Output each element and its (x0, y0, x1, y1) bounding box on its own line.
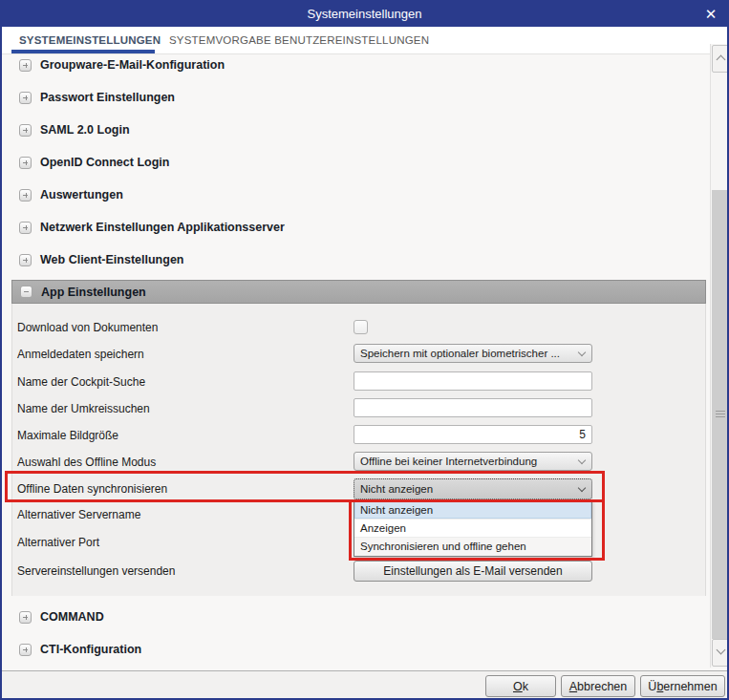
setting-label: Alternativer Servername (17, 508, 140, 521)
offline-modus-dropdown[interactable]: Offline bei keiner Internetverbindung (354, 452, 592, 471)
dropdown-value: Nicht anzeigen (360, 483, 433, 495)
section-saml[interactable]: SAML 2.0 Login (19, 120, 130, 139)
footer-bar: Ok Abbrechen Übernehmen (2, 670, 727, 698)
expand-plus-icon (19, 124, 32, 137)
setting-label: Alternativer Port (17, 536, 99, 549)
section-label: CTI-Konfiguration (40, 643, 141, 656)
chevron-down-icon (717, 646, 726, 655)
tab-systemvorgabe-benutzereinstellungen[interactable]: SYSTEMVORGABE BENUTZEREINSTELLUNGEN (169, 34, 429, 46)
chevron-down-icon (578, 349, 586, 356)
section-label: Netzwerk Einstellungen Applikationsserve… (40, 221, 285, 234)
section-command[interactable]: COMMAND (19, 607, 104, 626)
option-nicht-anzeigen[interactable]: Nicht anzeigen (354, 501, 591, 520)
download-dokumente-checkbox[interactable] (354, 320, 368, 334)
section-label: Web Client-Einstellungen (40, 253, 183, 266)
setting-label: Anmeldedaten speichern (17, 348, 144, 361)
system-settings-dialog: Systemeinstellungen ✕ SYSTEMEINSTELLUNGE… (0, 0, 729, 700)
setting-label: Servereinstellungen versenden (17, 564, 175, 578)
section-cti-konfiguration[interactable]: CTI-Konfiguration (19, 640, 141, 659)
scrollbar-grip-icon (716, 411, 725, 418)
section-web-client[interactable]: Web Client-Einstellungen (19, 250, 183, 269)
option-anzeigen[interactable]: Anzeigen (354, 520, 591, 538)
expand-plus-icon (19, 611, 32, 624)
einstellungen-email-button[interactable]: Einstellungen als E-Mail versenden (354, 561, 592, 582)
scroll-up-button[interactable] (712, 45, 729, 73)
section-auswertungen[interactable]: Auswertungen (19, 185, 123, 204)
btn-text: ernehmen (663, 680, 717, 693)
anmeldedaten-dropdown[interactable]: Speichern mit optionaler biometrischer .… (354, 344, 592, 363)
section-netzwerk[interactable]: Netzwerk Einstellungen Applikationsserve… (19, 218, 285, 237)
row-maximale-bildgroesse: Maximale Bildgröße (2, 425, 727, 448)
expand-plus-icon (19, 644, 32, 656)
setting-label: Download von Dokumenten (17, 321, 158, 334)
row-download-dokumente: Download von Dokumenten (2, 320, 727, 343)
section-label: OpenID Connect Login (40, 156, 169, 169)
section-label: Groupware-E-Mail-Konfiguration (40, 58, 225, 72)
setting-label: Maximale Bildgröße (17, 429, 118, 442)
window-title: Systemeinstellungen (2, 7, 727, 21)
btn-text: k (523, 680, 528, 693)
row-offline-daten-sync: Offline Daten synchronisieren Nicht anze… (2, 478, 727, 501)
scrollbar-thumb[interactable] (712, 190, 729, 639)
cockpit-suche-input[interactable] (354, 371, 592, 391)
section-label: SAML 2.0 Login (40, 123, 130, 137)
setting-label: Auswahl des Offline Modus (17, 456, 156, 469)
vertical-scrollbar[interactable] (710, 44, 729, 668)
row-offline-modus: Auswahl des Offline Modus Offline bei ke… (2, 452, 727, 475)
tab-bar: SYSTEMEINSTELLUNGEN SYSTEMVORGABE BENUTZ… (2, 27, 727, 54)
setting-label: Name der Cockpit-Suche (17, 375, 145, 389)
btn-text: bbrechen (577, 680, 627, 693)
chevron-down-icon (578, 484, 586, 492)
expand-plus-icon (19, 189, 32, 202)
offline-daten-sync-dropdown[interactable]: Nicht anzeigen (354, 478, 592, 499)
dropdown-value: Offline bei keiner Internetverbindung (360, 456, 537, 467)
expand-plus-icon (19, 92, 32, 104)
ok-button[interactable]: Ok (485, 675, 556, 697)
title-bar: Systemeinstellungen ✕ (2, 2, 727, 27)
option-synchronisieren-offline[interactable]: Synchronisieren und offline gehen (354, 538, 591, 556)
expand-plus-icon (19, 222, 32, 234)
section-label: Auswertungen (40, 188, 123, 202)
dropdown-value: Speichern mit optionaler biometrischer .… (360, 348, 560, 359)
collapse-minus-icon (20, 286, 32, 298)
section-label: App Einstellungen (41, 286, 146, 299)
uebernehmen-button[interactable]: Übernehmen (640, 675, 725, 697)
section-groupware-email[interactable]: Groupware-E-Mail-Konfiguration (19, 55, 225, 74)
row-servereinstellungen: Servereinstellungen versenden Einstellun… (2, 561, 727, 583)
btn-accesskey: A (569, 680, 577, 693)
close-icon[interactable]: ✕ (700, 5, 721, 24)
section-label: COMMAND (40, 610, 104, 624)
umkreissuchen-input[interactable] (354, 398, 592, 417)
offline-sync-dropdown-list: Nicht anzeigen Anzeigen Synchronisieren … (354, 500, 592, 557)
setting-label: Name der Umkreissuchen (17, 402, 150, 415)
section-app-einstellungen-header[interactable]: App Einstellungen (11, 280, 706, 304)
active-tab-underline (11, 50, 155, 53)
expand-plus-icon (19, 254, 32, 266)
maximale-bildgroesse-input[interactable] (354, 425, 592, 444)
row-umkreissuchen: Name der Umkreissuchen (2, 398, 727, 421)
expand-plus-icon (19, 157, 32, 169)
btn-accesskey: O (513, 680, 523, 693)
tab-systemeinstellungen[interactable]: SYSTEMEINSTELLUNGEN (19, 34, 161, 46)
expand-plus-icon (19, 59, 32, 72)
row-cockpit-suche: Name der Cockpit-Suche (2, 371, 727, 394)
scroll-down-button[interactable] (712, 639, 729, 667)
chevron-down-icon (578, 456, 586, 464)
row-anmeldedaten: Anmeldedaten speichern Speichern mit opt… (2, 344, 727, 367)
section-passwort[interactable]: Passwort Einstellungen (19, 88, 175, 107)
chevron-up-icon (717, 55, 726, 65)
section-openid[interactable]: OpenID Connect Login (19, 153, 169, 172)
section-label: Passwort Einstellungen (40, 91, 175, 104)
setting-label: Offline Daten synchronisieren (17, 482, 167, 496)
abbrechen-button[interactable]: Abbrechen (561, 675, 635, 697)
